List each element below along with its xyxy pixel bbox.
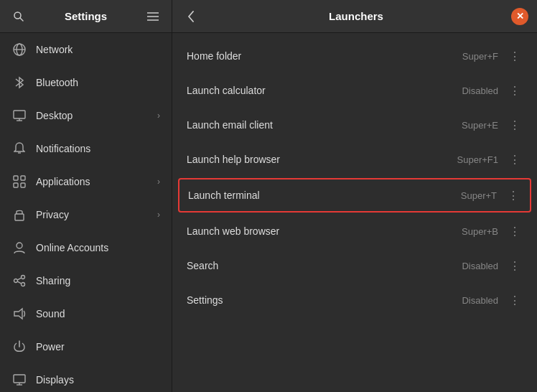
launcher-item-help-label: Launch help browser	[187, 154, 457, 165]
svg-rect-14	[14, 183, 18, 187]
back-button[interactable]	[181, 6, 201, 27]
launcher-item-help[interactable]: Launch help browser Super+F1 ⋮	[172, 142, 537, 177]
sidebar-item-network[interactable]: Network	[0, 33, 172, 66]
sidebar-item-desktop-label: Desktop	[36, 110, 157, 121]
launcher-item-home-folder[interactable]: Home folder Super+F ⋮	[172, 39, 537, 73]
desktop-icon	[11, 108, 27, 123]
sidebar-item-privacy[interactable]: Privacy ›	[0, 198, 172, 231]
sidebar-title: Settings	[29, 10, 143, 22]
launcher-item-settings[interactable]: Settings Disabled ⋮	[172, 283, 537, 317]
main-header: Launchers ✕	[172, 0, 537, 33]
launcher-item-web-shortcut: Super+B	[462, 226, 498, 237]
privacy-arrow-icon: ›	[157, 210, 160, 220]
sidebar-item-displays[interactable]: Displays	[0, 363, 172, 392]
sharing-icon	[11, 273, 27, 289]
sidebar-item-privacy-label: Privacy	[36, 209, 157, 220]
svg-rect-24	[14, 375, 25, 383]
launcher-item-web[interactable]: Launch web browser Super+B ⋮	[172, 214, 537, 248]
launcher-item-web-menu[interactable]: ⋮	[507, 223, 523, 239]
online-accounts-icon	[11, 240, 27, 256]
power-icon	[11, 339, 27, 355]
launcher-item-home-folder-shortcut: Super+F	[462, 51, 498, 62]
svg-point-17	[17, 243, 22, 248]
svg-rect-15	[21, 183, 25, 187]
launcher-item-help-menu[interactable]: ⋮	[507, 151, 523, 167]
launcher-item-email-label: Launch email client	[187, 119, 462, 131]
svg-rect-8	[14, 111, 25, 118]
bluetooth-icon	[11, 75, 27, 90]
svg-marker-23	[14, 309, 22, 319]
sidebar-item-notifications[interactable]: Notifications	[0, 132, 172, 165]
svg-point-18	[22, 276, 25, 279]
sidebar-item-sound[interactable]: Sound	[0, 297, 172, 330]
svg-rect-12	[14, 176, 18, 180]
sidebar-item-network-label: Network	[36, 44, 160, 55]
sidebar-item-applications[interactable]: Applications ›	[0, 165, 172, 198]
launcher-item-help-shortcut: Super+F1	[457, 154, 498, 165]
launcher-item-calculator-label: Launch calculator	[187, 85, 462, 96]
main-content: Launchers ✕ Home folder Super+F ⋮ Launch…	[172, 0, 537, 392]
sidebar-item-bluetooth-label: Bluetooth	[36, 77, 160, 88]
launcher-item-search-label: Search	[187, 260, 462, 271]
launcher-item-settings-label: Settings	[187, 294, 462, 306]
svg-rect-16	[15, 214, 24, 220]
sidebar-item-power-label: Power	[36, 341, 160, 353]
launcher-item-search-shortcut: Disabled	[462, 261, 498, 271]
launcher-item-web-label: Launch web browser	[187, 225, 462, 237]
launcher-item-home-folder-label: Home folder	[187, 50, 462, 62]
sidebar-item-online-accounts-label: Online Accounts	[36, 242, 160, 253]
launcher-item-settings-shortcut: Disabled	[462, 295, 498, 306]
menu-button[interactable]	[143, 6, 163, 27]
svg-point-19	[14, 279, 18, 283]
sidebar-item-online-accounts[interactable]: Online Accounts	[0, 231, 172, 264]
sidebar-item-notifications-label: Notifications	[36, 143, 160, 154]
svg-line-1	[20, 18, 23, 21]
sidebar-header: Settings	[0, 0, 172, 33]
sidebar-item-power[interactable]: Power	[0, 330, 172, 363]
sidebar-item-desktop[interactable]: Desktop ›	[0, 99, 172, 132]
launcher-item-calculator-menu[interactable]: ⋮	[507, 83, 523, 98]
close-button[interactable]: ✕	[511, 8, 528, 25]
sidebar-item-bluetooth[interactable]: Bluetooth	[0, 66, 172, 99]
svg-rect-13	[21, 176, 25, 180]
sidebar-item-sharing-label: Sharing	[36, 275, 160, 286]
launcher-item-email-menu[interactable]: ⋮	[507, 117, 523, 133]
sidebar-item-sharing[interactable]: Sharing	[0, 264, 172, 297]
sidebar: Settings Network	[0, 0, 172, 392]
launcher-item-terminal-label: Launch terminal	[188, 190, 461, 201]
launcher-item-search-menu[interactable]: ⋮	[507, 258, 523, 274]
sound-icon	[11, 306, 27, 322]
launcher-item-terminal-menu[interactable]: ⋮	[505, 187, 521, 203]
launcher-item-home-folder-menu[interactable]: ⋮	[507, 48, 523, 64]
launcher-item-settings-menu[interactable]: ⋮	[507, 292, 523, 308]
launcher-item-email[interactable]: Launch email client Super+E ⋮	[172, 108, 537, 142]
main-title: Launchers	[201, 10, 511, 22]
network-icon	[11, 42, 27, 57]
launcher-item-search[interactable]: Search Disabled ⋮	[172, 248, 537, 283]
sidebar-item-displays-label: Displays	[36, 374, 160, 386]
launcher-list: Home folder Super+F ⋮ Launch calculator …	[172, 33, 537, 392]
launcher-item-terminal-shortcut: Super+T	[461, 190, 497, 201]
launcher-item-terminal[interactable]: Launch terminal Super+T ⋮	[178, 178, 531, 213]
svg-line-21	[17, 278, 21, 280]
sidebar-list: Network Bluetooth	[0, 33, 172, 392]
launcher-item-calculator-shortcut: Disabled	[462, 85, 498, 96]
displays-icon	[11, 372, 27, 388]
applications-icon	[11, 174, 27, 190]
launcher-item-email-shortcut: Super+E	[462, 120, 498, 131]
search-button[interactable]	[9, 6, 29, 27]
svg-point-20	[22, 283, 25, 286]
svg-line-22	[17, 281, 21, 284]
privacy-icon	[11, 207, 27, 223]
launcher-item-calculator[interactable]: Launch calculator Disabled ⋮	[172, 73, 537, 108]
applications-arrow-icon: ›	[157, 177, 160, 187]
sidebar-item-applications-label: Applications	[36, 176, 157, 187]
notifications-icon	[11, 141, 27, 157]
desktop-arrow-icon: ›	[157, 111, 160, 121]
app-container: Settings Network	[0, 0, 537, 392]
sidebar-item-sound-label: Sound	[36, 308, 160, 319]
